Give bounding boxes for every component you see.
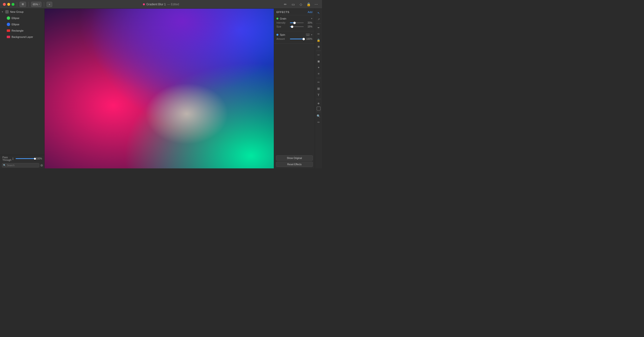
background-color-icon [7,36,10,38]
amount-label: Amount [276,38,288,40]
background-label: Background Layer [12,36,33,38]
pencil2-tool-button[interactable]: ✏ [316,79,322,85]
intensity-label: Intensity [276,22,288,24]
layers-bottom-bar: Pass Through ▲ ▼ 100% [0,155,44,162]
intensity-thumb[interactable] [293,22,296,24]
star-tool-button[interactable]: ✦ [316,65,322,71]
tool-separator5 [316,112,321,112]
rectangle-label: Rectangle [12,29,24,32]
zoom-control[interactable]: 65% ▾ [31,2,42,7]
layer-item-ellipse1[interactable]: Ellipse [0,15,44,21]
pen-tool-button[interactable]: ✒ [316,25,322,31]
grid-tool-button[interactable]: ▦ [316,86,322,91]
grain-label: Grain [280,17,310,20]
ellipse1-color-icon [7,17,10,20]
add-layer-button[interactable]: + [46,2,52,7]
ellipse2-label: Ellipse [12,23,19,26]
opacity-track[interactable] [16,158,35,159]
layer-item-rectangle[interactable]: Rectangle [0,28,44,34]
maximize-button[interactable] [12,3,14,6]
layer-item-ellipse2[interactable]: Ellipse [0,21,44,28]
blend-mode-control[interactable]: Pass Through ▲ ▼ [2,156,14,161]
rectangle-color-icon [7,30,10,32]
zoom-tool-button[interactable]: 🔍 [316,113,322,119]
edited-label: — Edited [167,3,179,6]
search-icon: 🔍 [3,164,6,166]
circle-tool-button[interactable]: ◉ [316,44,322,50]
opacity-value: 100% [36,157,42,160]
grain-header[interactable]: Grain ▾ [276,17,312,20]
more-button[interactable]: ⋯ [313,2,319,7]
zoom-value: 65% [33,3,38,6]
grain-intensity-row: Intensity 33% [276,22,312,24]
show-original-button[interactable]: Show Original [276,155,313,161]
grain-dot-icon [276,18,278,20]
stamp-tool-button[interactable]: ◈ [316,100,322,106]
search-bar: 🔍 ⊕ [0,162,44,168]
document-title: Gradient Blur 1 — Edited [143,3,179,6]
group-arrow-icon: ▼ [2,11,3,13]
layer-spacer [0,40,44,155]
close-button[interactable] [3,3,6,6]
size-label: Size [276,25,288,28]
spin-effect-block: Spin ... ▾ Amount 100% [274,31,315,44]
tool-separator2 [316,51,321,51]
size-slider[interactable] [290,26,304,27]
pencil-tool-button[interactable]: ✏ [316,31,322,37]
ellipse1-label: Ellipse [12,17,19,20]
size-thumb[interactable] [291,26,293,28]
title-dot-icon [143,3,145,5]
blend-arrows-icon: ▲ ▼ [12,157,14,160]
amount-value: 100% [305,38,312,40]
reset-effects-button[interactable]: Reset Effects [276,162,313,167]
lock-tool-button[interactable]: 🔒 [316,37,322,43]
amount-fill [290,39,304,39]
tool-strip: ↖ ↗ ✒ ✏ 🔒 ◉ ✏ ◼ ✦ ✳ ✏ ▦ T ◈ 🔍 ✏ [315,9,322,168]
minimize-button[interactable] [7,3,10,6]
layers-icon: ⊞ [22,3,24,6]
lock-button[interactable]: 🔒 [306,2,312,7]
search-wrap: 🔍 [2,163,39,167]
blend-mode-label: Pass Through [2,156,11,161]
effects-add-button[interactable]: Add [308,11,312,14]
intensity-fill [290,23,294,23]
opacity-thumb[interactable] [34,158,36,160]
eyedropper-tool-button[interactable]: ✏ [316,119,322,125]
titlebar: ⊞ 65% ▾ + Gradient Blur 1 — Edited ✏ ▭ ◇… [0,0,322,9]
intensity-slider[interactable] [290,23,304,23]
title-text: Gradient Blur 1 [146,3,166,6]
layer-group[interactable]: ▼ New Group [0,9,44,15]
search-add-button[interactable]: ⊕ [40,163,43,167]
tool-separator4 [316,99,321,99]
divider2 [28,2,29,7]
amount-slider[interactable] [290,39,304,39]
fill-tool-button[interactable]: ◼ [316,58,322,64]
layers-toggle-button[interactable]: ⊞ [20,2,26,7]
effects-footer: Show Original Reset Effects [274,154,315,168]
radial-tool-button[interactable]: ✳ [316,71,322,77]
grain-effect-block: Grain ▾ Intensity 33% Size [274,15,315,31]
plus-icon: + [49,3,50,6]
zoom-caret-icon: ▾ [39,3,40,5]
svg-rect-5 [44,9,274,168]
group-label: New Group [10,10,24,13]
text-tool-button[interactable]: T [316,92,322,98]
shape-tool-button[interactable]: ◇ [298,2,304,7]
search-input[interactable] [2,163,39,167]
layer-item-background[interactable]: Background Layer [0,34,44,40]
divider3 [44,2,44,7]
intensity-value: 33% [305,22,312,24]
rect2-tool-button[interactable] [317,107,320,111]
divider [17,2,17,7]
toolbar-right: ✏ ▭ ◇ 🔒 ⋯ [282,2,319,7]
size-value: 15% [305,25,312,28]
spin-header[interactable]: Spin ... ▾ [276,33,312,36]
cursor-tool-button[interactable]: ↗ [316,17,322,22]
brush-tool-button[interactable]: ✏ [316,52,322,58]
rect-tool-button[interactable]: ▭ [290,2,296,7]
amount-thumb[interactable] [302,38,305,40]
pen-tool-button[interactable]: ✏ [282,2,288,7]
ellipse2-color-icon [7,23,10,26]
opacity-control[interactable]: 100% [16,157,42,160]
select-tool-button[interactable]: ↖ [316,10,322,16]
